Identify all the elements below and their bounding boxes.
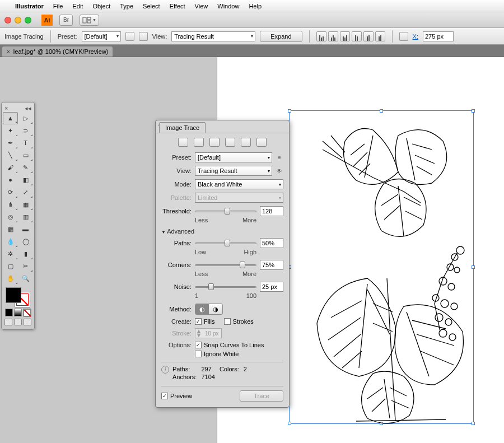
blob-brush-tool[interactable]: ● [3,174,18,186]
column-graph-tool[interactable]: ▮ [18,248,33,260]
eyedropper-tool[interactable]: 💧 [3,235,18,248]
strokes-checkbox[interactable]: Strokes [224,318,254,325]
zoom-window-button[interactable] [25,17,31,24]
paths-slider[interactable] [195,240,256,246]
image-trace-panel-button[interactable] [139,32,148,41]
slice-tool[interactable]: ✂ [18,260,33,272]
eraser-tool[interactable]: ◧ [18,174,33,186]
bridge-button[interactable]: Br [59,15,73,26]
mesh-tool[interactable]: ▩ [3,223,18,235]
corners-slider[interactable] [195,262,256,268]
paths-input[interactable]: 50% [260,238,283,248]
panel-collapse-icon[interactable]: ◂◂ [25,105,31,110]
preview-checkbox[interactable]: ✓Preview [161,393,192,399]
preset-highcolor-icon[interactable] [194,138,204,147]
mode-select[interactable]: Black and White [195,179,283,189]
gradient-mode-icon[interactable] [14,309,22,316]
preset-outline-icon[interactable] [256,138,267,147]
panel-tab[interactable]: Image Trace [159,122,206,133]
x-link[interactable]: X: [413,33,418,40]
document-tab[interactable]: × leaf.jpg* @ 100% (CMYK/Preview) [2,46,113,57]
expand-button[interactable]: Expand [260,31,302,42]
preset-lowcolor-icon[interactable] [209,138,220,147]
line-tool[interactable]: ╲ [3,149,18,161]
menu-select[interactable]: Select [143,3,160,10]
none-mode-icon[interactable] [23,309,31,316]
zoom-tool[interactable]: 🔍 [18,272,33,285]
width-tool[interactable]: ⋔ [3,198,18,211]
paintbrush-tool[interactable]: 🖌 [3,161,18,174]
menu-effect[interactable]: Effect [170,3,185,10]
perspective-grid-tool[interactable]: ▥ [18,211,33,223]
scale-tool[interactable]: ⤢ [18,186,33,198]
lasso-tool[interactable]: ⊃ [18,124,33,137]
preset-select[interactable]: [Default] [195,152,272,162]
menu-window[interactable]: Window [217,3,239,10]
preset-menu-icon[interactable]: ≡ [276,153,283,161]
blend-tool[interactable]: ◯ [18,235,33,248]
gradient-tool[interactable]: ▬ [18,223,33,235]
close-window-button[interactable] [4,17,11,24]
full-screen-icon[interactable] [14,319,22,325]
noise-slider[interactable] [195,283,256,290]
shape-builder-tool[interactable]: ◎ [3,211,18,223]
x-position-input[interactable]: 275 px [423,31,454,41]
arrange-documents-button[interactable]: ▼ [80,15,99,26]
menu-file[interactable]: File [53,3,63,10]
preset-bw-icon[interactable] [241,138,251,147]
pen-tool[interactable]: ✒ [3,137,18,149]
minimize-window-button[interactable] [15,17,21,24]
noise-input[interactable]: 25 px [260,282,283,292]
preset-menu-icon[interactable] [125,32,134,41]
menu-edit[interactable]: Edit [72,3,83,10]
selection-tool[interactable]: ▲ [3,112,18,124]
artboard-tool[interactable]: ▢ [3,260,18,272]
view-select[interactable]: Tracing Result [171,31,255,41]
control-bar: Image Tracing Preset: [Default] View: Tr… [0,28,504,45]
preset-auto-icon[interactable] [178,138,188,147]
align-hcenter-icon[interactable] [328,31,338,41]
advanced-section-toggle[interactable]: Advanced [161,228,283,235]
mode-label: Mode: [161,181,192,188]
menu-view[interactable]: View [195,3,208,10]
palette-label: Palette: [161,194,192,201]
magic-wand-tool[interactable]: ✦ [3,124,18,137]
align-right-icon[interactable] [340,31,350,41]
close-tab-icon[interactable]: × [7,49,10,55]
threshold-slider[interactable] [195,208,256,214]
hand-tool[interactable]: ✋ [3,272,18,285]
menu-object[interactable]: Object [92,3,110,10]
color-mode-icon[interactable] [5,309,13,316]
method-overlapping-button[interactable]: ◑ [209,304,222,314]
preset-gray-icon[interactable] [225,138,235,147]
symbol-sprayer-tool[interactable]: ✲ [3,248,18,260]
menu-help[interactable]: Help [249,3,262,10]
threshold-input[interactable]: 128 [260,206,283,216]
method-abutting-button[interactable]: ◐ [195,304,209,314]
panel-close-icon[interactable]: × [4,105,8,110]
preset-select[interactable]: [Default] [82,31,121,41]
align-bottom-icon[interactable] [375,31,385,41]
presentation-screen-icon[interactable] [24,319,31,325]
align-left-icon[interactable] [316,31,326,41]
menu-type[interactable]: Type [120,3,133,10]
fill-swatch[interactable] [6,287,21,303]
snap-curves-checkbox[interactable]: ✓Snap Curves To Lines [195,342,264,348]
rotate-tool[interactable]: ⟳ [3,186,18,198]
align-vcenter-icon[interactable] [363,31,374,41]
fills-checkbox[interactable]: ✓Fills [195,318,215,325]
type-tool[interactable]: T [18,137,33,149]
app-name[interactable]: Illustrator [15,3,44,10]
view-select[interactable]: Tracing Result [195,166,272,176]
rectangle-tool[interactable]: ▭ [18,149,33,161]
eye-icon[interactable]: 👁 [276,167,283,175]
fill-stroke-swatch[interactable] [6,287,30,307]
align-top-icon[interactable] [352,31,362,41]
pencil-tool[interactable]: ✎ [18,161,33,174]
transform-panel-icon[interactable] [399,32,408,41]
direct-selection-tool[interactable]: ▷ [18,112,33,124]
normal-screen-icon[interactable] [4,319,12,325]
corners-input[interactable]: 75% [260,260,283,270]
ignore-white-checkbox[interactable]: Ignore White [195,351,264,357]
free-transform-tool[interactable]: ▦ [18,198,33,211]
